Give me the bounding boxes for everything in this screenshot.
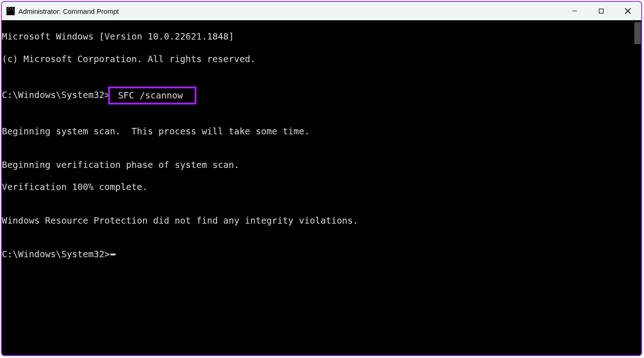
prompt-path: C:\Windows\System32> (2, 249, 110, 260)
output-line: Beginning system scan. This process will… (2, 126, 633, 137)
titlebar[interactable]: C:\ Administrator: Command Prompt (2, 2, 641, 20)
highlighted-command: SFC /scannow (108, 87, 196, 105)
svg-rect-1 (599, 9, 604, 13)
output-line: (c) Microsoft Corporation. All rights re… (2, 54, 633, 65)
minimize-button[interactable] (561, 2, 588, 20)
output-line: Windows Resource Protection did not find… (2, 215, 633, 226)
maximize-button[interactable] (588, 2, 615, 20)
close-icon (625, 8, 631, 14)
terminal-output[interactable]: Microsoft Windows [Version 10.0.22621.18… (2, 20, 633, 355)
scrollbar-track[interactable] (633, 20, 641, 355)
minimize-icon (572, 8, 577, 14)
output-line: Microsoft Windows [Version 10.0.22621.18… (2, 31, 633, 42)
terminal-client-area: Microsoft Windows [Version 10.0.22621.18… (2, 20, 641, 355)
prompt-line: C:\Windows\System32> SFC /scannow (2, 87, 633, 104)
scrollbar-thumb[interactable] (634, 22, 641, 44)
prompt-line: C:\Windows\System32> (2, 249, 633, 260)
cursor (110, 254, 115, 255)
maximize-icon (598, 8, 604, 14)
window-title: Administrator: Command Prompt (18, 7, 119, 15)
command-prompt-window: C:\ Administrator: Command Prompt Micros… (1, 1, 642, 356)
output-line: Verification 100% complete. (2, 182, 633, 193)
prompt-path: C:\Windows\System32> (2, 90, 110, 101)
output-line: Beginning verification phase of system s… (2, 160, 633, 171)
close-button[interactable] (615, 2, 641, 20)
cmd-icon: C:\ (6, 7, 15, 15)
